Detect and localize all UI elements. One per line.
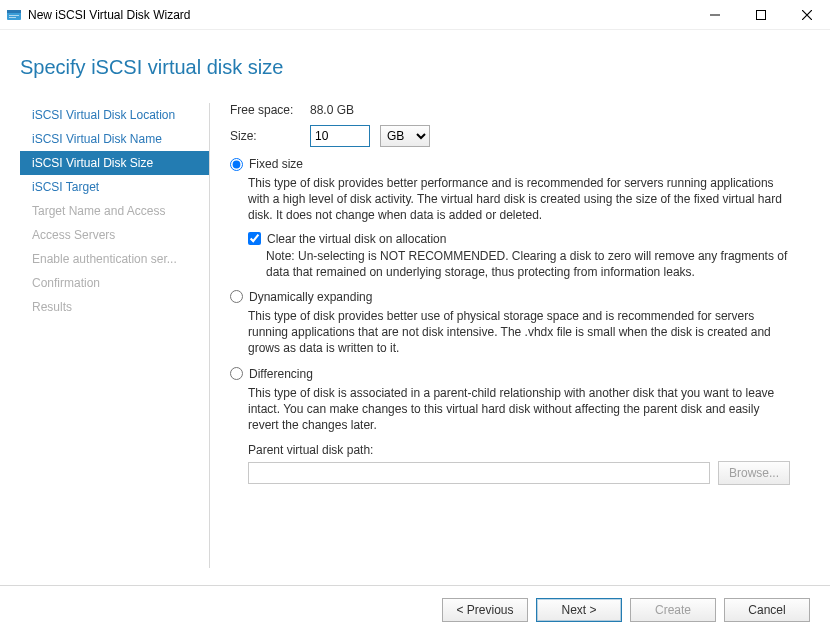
disk-type-dynamic-label: Dynamically expanding <box>249 290 372 304</box>
fixed-desc: This type of disk provides better perfor… <box>248 175 790 224</box>
disk-type-diff[interactable]: Differencing <box>230 367 790 381</box>
size-label: Size: <box>230 129 310 143</box>
previous-button[interactable]: < Previous <box>442 598 528 622</box>
titlebar: New iSCSI Virtual Disk Wizard <box>0 0 830 30</box>
create-button: Create <box>630 598 716 622</box>
parent-path-input <box>248 462 710 484</box>
svg-rect-3 <box>9 17 16 18</box>
cancel-button[interactable]: Cancel <box>724 598 810 622</box>
clear-on-alloc[interactable]: Clear the virtual disk on allocation <box>248 232 790 246</box>
next-button[interactable]: Next > <box>536 598 622 622</box>
clear-on-alloc-note: Note: Un-selecting is NOT RECOMMENDED. C… <box>266 248 790 280</box>
wizard-steps-sidebar: iSCSI Virtual Disk Location iSCSI Virtua… <box>20 103 210 568</box>
disk-type-fixed[interactable]: Fixed size <box>230 157 790 171</box>
step-target-name: Target Name and Access <box>20 199 209 223</box>
dynamic-desc: This type of disk provides better use of… <box>248 308 790 357</box>
close-button[interactable] <box>784 0 830 30</box>
window-title: New iSCSI Virtual Disk Wizard <box>28 8 190 22</box>
svg-rect-2 <box>9 15 19 16</box>
step-results: Results <box>20 295 209 319</box>
disk-type-fixed-radio[interactable] <box>230 158 243 171</box>
svg-rect-4 <box>710 14 720 15</box>
browse-button: Browse... <box>718 461 790 485</box>
wizard-footer: < Previous Next > Create Cancel <box>0 585 830 633</box>
page-title: Specify iSCSI virtual disk size <box>20 56 810 79</box>
step-confirmation: Confirmation <box>20 271 209 295</box>
step-size[interactable]: iSCSI Virtual Disk Size <box>20 151 209 175</box>
disk-type-diff-radio[interactable] <box>230 367 243 380</box>
parent-path-label: Parent virtual disk path: <box>248 443 790 457</box>
diff-desc: This type of disk is associated in a par… <box>248 385 790 434</box>
step-name[interactable]: iSCSI Virtual Disk Name <box>20 127 209 151</box>
clear-on-alloc-label: Clear the virtual disk on allocation <box>267 232 446 246</box>
main-panel: Free space: 88.0 GB Size: GB Fixed size … <box>210 103 810 568</box>
free-space-value: 88.0 GB <box>310 103 354 117</box>
size-input[interactable] <box>310 125 370 147</box>
app-icon <box>6 7 22 23</box>
step-access-servers: Access Servers <box>20 223 209 247</box>
clear-on-alloc-checkbox[interactable] <box>248 232 261 245</box>
disk-type-dynamic[interactable]: Dynamically expanding <box>230 290 790 304</box>
size-unit-select[interactable]: GB <box>380 125 430 147</box>
disk-type-dynamic-radio[interactable] <box>230 290 243 303</box>
disk-type-fixed-label: Fixed size <box>249 157 303 171</box>
disk-type-diff-label: Differencing <box>249 367 313 381</box>
maximize-button[interactable] <box>738 0 784 30</box>
svg-rect-5 <box>757 10 766 19</box>
free-space-label: Free space: <box>230 103 310 117</box>
step-target[interactable]: iSCSI Target <box>20 175 209 199</box>
step-auth: Enable authentication ser... <box>20 247 209 271</box>
step-location[interactable]: iSCSI Virtual Disk Location <box>20 103 209 127</box>
minimize-button[interactable] <box>692 0 738 30</box>
svg-rect-1 <box>7 10 21 13</box>
